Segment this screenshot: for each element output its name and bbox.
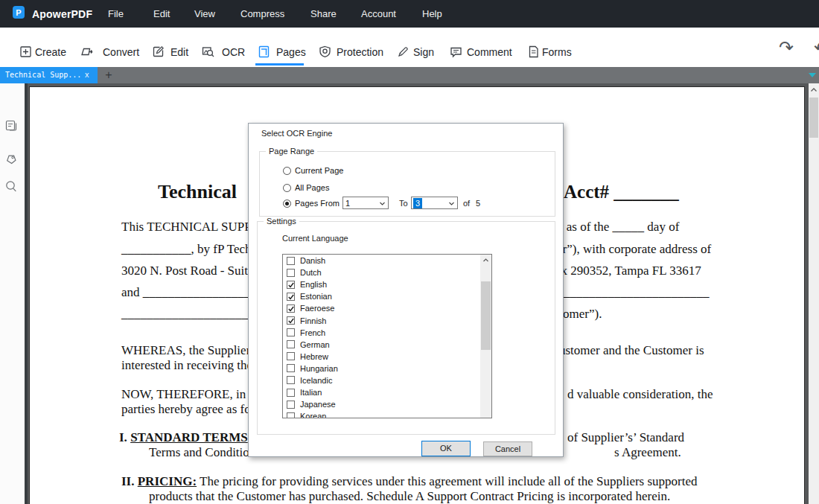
- checkbox-unchecked[interactable]: [287, 269, 295, 277]
- language-name: Finnish: [300, 316, 326, 325]
- language-name: Icelandic: [300, 376, 332, 385]
- of-label: of: [463, 199, 470, 208]
- document-text: Terms and Conditio: [149, 445, 249, 460]
- radio-circle[interactable]: [283, 167, 291, 175]
- language-name: Estonian: [300, 292, 332, 301]
- language-name: Dutch: [300, 268, 322, 277]
- document-text: Acct# _______: [564, 181, 679, 203]
- radio-circle[interactable]: [283, 184, 291, 192]
- document-text: interested in receiving the: [121, 358, 252, 373]
- to-label: To: [399, 199, 408, 208]
- language-option-danish[interactable]: Danish: [283, 255, 491, 267]
- checkbox-unchecked[interactable]: [287, 328, 295, 336]
- language-option-french[interactable]: French: [283, 327, 491, 339]
- language-option-hebrew[interactable]: Hebrew: [283, 351, 491, 363]
- language-option-faeroese[interactable]: Faeroese: [283, 302, 491, 314]
- listbox-scrollbar[interactable]: [480, 255, 491, 418]
- language-option-japanese[interactable]: Japanese: [283, 398, 491, 410]
- ok-button[interactable]: OK: [421, 441, 471, 456]
- checkbox-checked[interactable]: [287, 316, 295, 325]
- document-text: s Agreement.: [614, 445, 681, 460]
- listbox-scrollbar-thumb[interactable]: [481, 281, 491, 350]
- select-ocr-engine-dialog: Select OCR Engine Page Range Current Pag…: [248, 123, 564, 457]
- radio-label: All Pages: [295, 183, 329, 192]
- language-name: Japanese: [300, 400, 336, 409]
- language-option-finnish[interactable]: Finnish: [283, 314, 491, 326]
- language-option-dutch[interactable]: Dutch: [283, 267, 491, 278]
- language-option-estonian[interactable]: Estonian: [283, 290, 491, 302]
- language-option-korean[interactable]: Korean: [283, 410, 491, 418]
- radio-circle[interactable]: [283, 200, 291, 208]
- document-text: NOW, THEREFORE, in: [121, 387, 246, 402]
- document-text: This TECHNICAL SUPP: [121, 220, 252, 235]
- checkbox-unchecked[interactable]: [287, 257, 295, 265]
- language-name: German: [300, 340, 330, 349]
- language-name: Hebrew: [300, 352, 328, 361]
- app-window: P ApowerPDF FileEditViewCompressShareAcc…: [0, 0, 819, 504]
- radio-label: Current Page: [295, 166, 343, 175]
- checkbox-unchecked[interactable]: [287, 340, 295, 348]
- pages-from-value: 1: [345, 199, 350, 208]
- document-text: ustomer and the Customer is: [559, 343, 704, 358]
- checkbox-unchecked[interactable]: [287, 376, 295, 384]
- page-range-label: Page Range: [266, 147, 317, 156]
- language-option-german[interactable]: German: [283, 339, 491, 351]
- checkbox-checked[interactable]: [287, 304, 295, 313]
- radio-all-pages[interactable]: All Pages: [283, 182, 329, 193]
- document-text: omer”).: [563, 307, 602, 322]
- checkbox-checked[interactable]: [287, 293, 295, 301]
- checkbox-unchecked[interactable]: [287, 389, 295, 397]
- document-text: of Supplier’s’ Standard: [567, 430, 684, 445]
- document-text: o as of the _____ day of: [557, 220, 679, 235]
- radio-current-page[interactable]: Current Page: [283, 165, 343, 176]
- document-text: ___________, by fP Tech: [121, 242, 251, 257]
- language-name: Danish: [300, 256, 325, 265]
- document-text: parties hereby agree as fol: [121, 402, 254, 417]
- language-name: Korean: [300, 412, 326, 418]
- settings-label: Settings: [264, 217, 299, 226]
- language-option-italian[interactable]: Italian: [283, 386, 491, 398]
- checkbox-unchecked[interactable]: [287, 364, 295, 372]
- checkbox-unchecked[interactable]: [287, 352, 295, 360]
- pages-from-select[interactable]: 1: [342, 197, 389, 209]
- current-language-label: Current Language: [282, 234, 348, 243]
- document-text: er”), with corporate address of: [557, 242, 711, 257]
- total-pages: 5: [476, 199, 480, 208]
- checkbox-unchecked[interactable]: [287, 412, 295, 418]
- language-name: Italian: [300, 388, 322, 397]
- language-name: English: [300, 280, 327, 289]
- language-name: French: [300, 328, 325, 337]
- document-text: Technical: [158, 180, 237, 203]
- language-name: Hungarian: [300, 364, 338, 373]
- pages-to-value: 3: [413, 198, 422, 208]
- document-text: ox 290352, Tampa FL 33617: [555, 264, 701, 278]
- document-text: WHEREAS, the Supplier: [121, 343, 250, 358]
- radio-pages-from[interactable]: Pages From: [283, 198, 340, 208]
- document-text: I. STANDARD TERMS: [119, 430, 248, 445]
- document-text: products that the Customer has purchased…: [149, 489, 670, 504]
- pages-to-select[interactable]: 3: [411, 197, 458, 209]
- checkbox-checked[interactable]: [287, 281, 295, 289]
- language-listbox[interactable]: DanishDutchEnglishEstonianFaeroeseFinnis…: [282, 254, 492, 418]
- checkbox-unchecked[interactable]: [287, 401, 295, 409]
- document-text: 3020 N. Post Road - Suite: [121, 264, 254, 278]
- document-text: _________________________: [551, 285, 710, 300]
- language-option-english[interactable]: English: [283, 278, 491, 290]
- cancel-button[interactable]: Cancel: [483, 441, 532, 456]
- listbox-scroll-up-icon[interactable]: [482, 256, 490, 264]
- dialog-title: Select OCR Engine: [261, 129, 332, 138]
- document-text: II. PRICING: The pricing for providing s…: [121, 474, 698, 489]
- document-text: d valuable consideration, the: [567, 387, 713, 402]
- language-option-hungarian[interactable]: Hungarian: [283, 363, 491, 374]
- language-option-icelandic[interactable]: Icelandic: [283, 374, 491, 386]
- radio-label: Pages From: [295, 199, 340, 208]
- language-name: Faeroese: [300, 304, 334, 313]
